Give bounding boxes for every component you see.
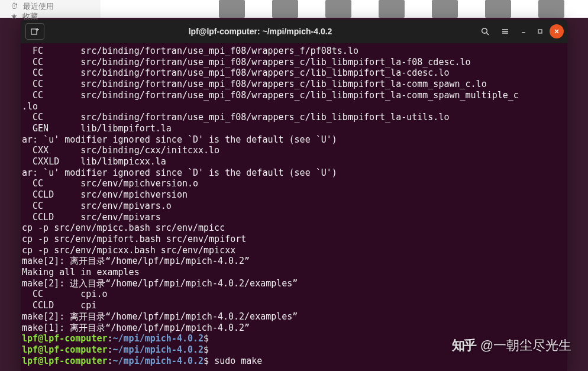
- filemanager-sidebar: ⏱最近使用 ★收藏: [0, 0, 101, 18]
- output-line: CC src/env/mpivars.o: [22, 201, 172, 211]
- output-line: CC cpi.o: [22, 289, 108, 299]
- new-tab-button[interactable]: [25, 23, 44, 40]
- svg-rect-9: [538, 30, 542, 33]
- output-line: CC src/binding/fortran/use_mpi_f08/wrapp…: [22, 57, 471, 67]
- svg-line-4: [487, 33, 489, 36]
- output-line: Making all in examples: [22, 267, 140, 278]
- output-line: FC src/binding/fortran/use_mpi_f08/wrapp…: [22, 46, 358, 56]
- window-title: lpf@lpf-computer: ~/mpi/mpich-4.0.2: [47, 27, 474, 36]
- prompt-sep: :: [108, 333, 113, 344]
- filemanager-grid: [101, 0, 588, 18]
- sidebar-recent-label: 最近使用: [23, 1, 54, 12]
- prompt-sigil: $: [203, 333, 209, 344]
- menu-button[interactable]: [496, 23, 514, 40]
- search-button[interactable]: [476, 23, 494, 40]
- svg-point-3: [482, 28, 487, 34]
- prompt-path: ~/mpi/mpich-4.0.2: [113, 333, 204, 344]
- minimize-icon: [521, 28, 526, 34]
- output-line: CCLD src/env/mpivars: [22, 212, 161, 222]
- prompt-path: ~/mpi/mpich-4.0.2: [113, 356, 204, 366]
- prompt-path: ~/mpi/mpich-4.0.2: [113, 344, 204, 355]
- output-line: cp -p src/env/mpicc.bash src/env/mpicc: [22, 222, 225, 233]
- output-line: CC src/binding/fortran/use_mpi_f08/wrapp…: [22, 90, 519, 101]
- output-line: ar: `u' modifier ignored since `D' is th…: [22, 134, 337, 145]
- prompt-user-host: lpf@lpf-computer: [22, 356, 108, 366]
- output-line: ar: `u' modifier ignored since `D' is th…: [22, 167, 337, 178]
- output-line: CCLD cpi: [22, 300, 96, 311]
- prompt-sep: :: [108, 344, 113, 355]
- output-line: make[2]: 进入目录“/home/lpf/mpi/mpich-4.0.2/…: [22, 278, 298, 289]
- prompt-sep: :: [108, 356, 113, 366]
- watermark-author: @一朝尘尽光生: [480, 337, 571, 354]
- output-line: make[1]: 离开目录“/home/lpf/mpi/mpich-4.0.2”: [22, 322, 250, 333]
- close-button[interactable]: [550, 24, 564, 38]
- folder-icon: [272, 0, 298, 18]
- maximize-icon: [537, 28, 543, 34]
- folder-icon: [219, 0, 245, 18]
- output-line: GEN lib/libmpifort.la: [22, 123, 172, 134]
- prompt-user-host: lpf@lpf-computer: [22, 344, 108, 355]
- prompt-user-host: lpf@lpf-computer: [22, 333, 108, 344]
- output-line: CXXLD lib/libmpicxx.la: [22, 156, 166, 167]
- minimize-button[interactable]: [516, 24, 531, 38]
- output-line: cp -p src/env/mpifort.bash src/env/mpifo…: [22, 234, 246, 244]
- output-line: cp -p src/env/mpicxx.bash src/env/mpicxx: [22, 245, 235, 256]
- prompt-sigil: $: [203, 344, 209, 355]
- menu-icon: [501, 27, 509, 36]
- folder-icon: [379, 0, 405, 18]
- command-input[interactable]: sudo make: [214, 356, 262, 366]
- terminal-body[interactable]: FC src/binding/fortran/use_mpi_f08/wrapp…: [21, 43, 567, 371]
- close-icon: [554, 28, 560, 34]
- output-line: make[2]: 离开目录“/home/lpf/mpi/mpich-4.0.2/…: [22, 311, 298, 322]
- folder-icon: [538, 0, 564, 18]
- output-line: .lo: [22, 101, 38, 112]
- output-line: CC src/binding/fortran/use_mpi_f08/wrapp…: [22, 112, 449, 122]
- folder-icon: [325, 0, 351, 18]
- titlebar: lpf@lpf-computer: ~/mpi/mpich-4.0.2: [21, 20, 567, 43]
- prompt-sigil: $: [203, 356, 209, 366]
- output-line: CC src/binding/fortran/use_mpi_f08/wrapp…: [22, 67, 449, 78]
- zhihu-logo: 知乎: [452, 337, 476, 354]
- output-line: CC src/binding/fortran/use_mpi_f08/wrapp…: [22, 79, 487, 89]
- folder-icon: [485, 0, 511, 18]
- folder-icon: [432, 0, 458, 18]
- search-icon: [481, 27, 489, 36]
- output-line: CCLD src/env/mpichversion: [22, 189, 188, 200]
- output-line: CC src/env/mpichversion.o: [22, 178, 198, 189]
- new-tab-icon: [31, 27, 39, 36]
- output-line: CXX src/binding/cxx/initcxx.lo: [22, 145, 219, 156]
- maximize-button[interactable]: [533, 24, 547, 38]
- output-line: make[2]: 离开目录“/home/lpf/mpi/mpich-4.0.2”: [22, 256, 250, 266]
- terminal-window: lpf@lpf-computer: ~/mpi/mpich-4.0.2 FC s…: [21, 20, 567, 371]
- watermark: 知乎 @一朝尘尽光生: [452, 337, 571, 354]
